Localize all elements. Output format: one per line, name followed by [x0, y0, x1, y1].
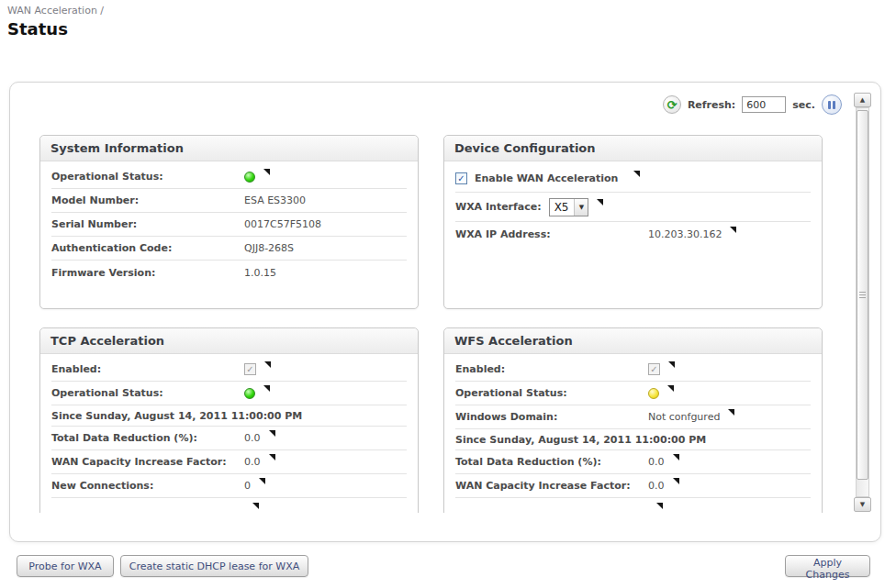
row-label: Firmware Version:	[51, 267, 244, 279]
row-label: Enabled:	[455, 363, 648, 375]
tooltip-marker-icon	[263, 385, 270, 392]
row-clipped	[51, 498, 407, 513]
row-value: 0.0	[244, 432, 261, 444]
wxa-interface-select[interactable]: X5 ▼	[549, 198, 589, 216]
row-operational-status: Operational Status:	[51, 165, 407, 189]
tooltip-marker-icon	[597, 199, 603, 205]
status-led-green-icon	[244, 388, 255, 399]
row-label: WAN Capacity Increase Factor:	[455, 480, 648, 492]
tooltip-marker-icon	[633, 171, 640, 177]
refresh-interval-input[interactable]	[742, 96, 786, 113]
wfs-enabled-checkbox-disabled: ✓	[648, 363, 660, 375]
row-value: 0.0	[244, 456, 261, 468]
row-tcp-enabled: Enabled: ✓	[51, 358, 407, 382]
tooltip-marker-icon	[728, 409, 734, 416]
tooltip-marker-icon	[656, 503, 663, 509]
tooltip-marker-icon	[673, 454, 679, 460]
tooltip-marker-icon	[252, 503, 259, 509]
tcp-since-timestamp: Since Sunday, August 14, 2011 11:00:00 P…	[51, 405, 407, 427]
system-information-title: System Information	[40, 136, 418, 161]
scroll-up-button[interactable]: ▲	[854, 93, 871, 107]
tooltip-marker-icon	[259, 478, 265, 484]
scrollbar-track[interactable]	[856, 107, 869, 497]
tcp-acceleration-panel: TCP Acceleration Enabled: ✓ Operational …	[39, 327, 419, 513]
probe-wxa-button[interactable]: Probe for WXA	[17, 555, 114, 577]
tooltip-marker-icon	[263, 169, 270, 175]
status-led-yellow-icon	[648, 388, 659, 399]
vertical-scrollbar[interactable]: ▲ ▼	[854, 93, 871, 512]
row-value: ESA ES3300	[244, 194, 306, 206]
breadcrumb[interactable]: WAN Acceleration /	[7, 5, 104, 17]
refresh-bar: ⟳ Refresh: sec.	[663, 94, 842, 115]
row-wxa-interface: WXA Interface: X5 ▼	[455, 193, 811, 222]
row-value: 0017C57F5108	[244, 218, 321, 230]
tooltip-marker-icon	[269, 454, 275, 460]
row-value: Not confgured	[648, 411, 720, 423]
row-label: Serial Number:	[51, 218, 244, 230]
refresh-icon: ⟳	[666, 99, 677, 111]
row-label: Total Data Reduction (%):	[455, 456, 648, 468]
wxa-interface-label: WXA Interface:	[455, 201, 542, 213]
enable-wan-acceleration-checkbox[interactable]: ✓	[455, 172, 467, 184]
row-label: Windows Domain:	[455, 411, 648, 423]
device-configuration-panel: Device Configuration ✓ Enable WAN Accele…	[443, 135, 823, 309]
row-value: 1.0.15	[244, 267, 276, 279]
tooltip-marker-icon	[269, 430, 275, 437]
scroll-down-button[interactable]: ▼	[854, 497, 871, 512]
row-wfs-total-data-reduction: Total Data Reduction (%): 0.0	[455, 450, 811, 474]
row-label: Model Number:	[51, 194, 244, 206]
row-windows-domain: Windows Domain: Not confgured	[455, 405, 811, 429]
pause-refresh-button[interactable]	[822, 94, 842, 115]
row-label: WAN Capacity Increase Factor:	[51, 456, 244, 468]
row-label: Authentication Code:	[51, 242, 244, 254]
enable-wan-acceleration-label: Enable WAN Acceleration	[475, 172, 618, 184]
scrollbar-thumb[interactable]	[857, 110, 868, 480]
row-label: New Connections:	[51, 480, 244, 492]
tcp-acceleration-title: TCP Acceleration	[40, 328, 418, 354]
row-authentication-code: Authentication Code: QJJ8-268S	[51, 237, 407, 261]
row-label: Operational Status:	[51, 171, 244, 183]
wfs-acceleration-panel: WFS Acceleration Enabled: ✓ Operational …	[443, 327, 823, 513]
row-label: Operational Status:	[51, 387, 244, 399]
refresh-unit-label: sec.	[792, 99, 815, 111]
status-content-panel: ⟳ Refresh: sec. System Information Opera…	[9, 82, 881, 542]
row-tcp-new-connections: New Connections: 0	[51, 474, 407, 498]
page-title: Status	[7, 19, 68, 39]
row-wfs-enabled: Enabled: ✓	[455, 358, 811, 382]
row-label: Total Data Reduction (%):	[51, 432, 244, 444]
status-led-green-icon	[244, 172, 255, 183]
row-clipped	[455, 498, 811, 513]
row-value: 0	[244, 480, 251, 492]
tooltip-marker-icon	[264, 361, 271, 368]
row-value: 0.0	[648, 480, 665, 492]
tcp-enabled-checkbox-disabled: ✓	[244, 363, 256, 375]
wxa-interface-selected-value: X5	[550, 201, 575, 214]
row-enable-wan-acceleration: ✓ Enable WAN Acceleration	[455, 165, 811, 193]
row-value: QJJ8-268S	[244, 242, 294, 254]
device-configuration-title: Device Configuration	[444, 136, 822, 161]
refresh-button[interactable]: ⟳	[663, 95, 681, 114]
row-wfs-wan-capacity-increase: WAN Capacity Increase Factor: 0.0	[455, 474, 811, 498]
tooltip-marker-icon	[730, 227, 736, 233]
apply-changes-button[interactable]: Apply Changes	[785, 555, 870, 577]
tooltip-marker-icon	[673, 478, 679, 484]
wxa-ip-address-value: 10.203.30.162	[648, 228, 722, 240]
row-tcp-total-data-reduction: Total Data Reduction (%): 0.0	[51, 427, 407, 450]
row-serial-number: Serial Number: 0017C57F5108	[51, 213, 407, 237]
row-wxa-ip-address: WXA IP Address: 10.203.30.162	[455, 222, 811, 246]
tooltip-marker-icon	[668, 361, 675, 368]
arrow-down-icon: ▼	[860, 502, 865, 508]
scrollable-content-area: System Information Operational Status: M…	[10, 83, 853, 513]
wfs-acceleration-title: WFS Acceleration	[444, 328, 822, 354]
row-label: Operational Status:	[455, 387, 648, 399]
row-label: Enabled:	[51, 363, 244, 375]
row-tcp-wan-capacity-increase: WAN Capacity Increase Factor: 0.0	[51, 450, 407, 474]
row-firmware-version: Firmware Version: 1.0.15	[51, 261, 407, 284]
create-dhcp-lease-button[interactable]: Create static DHCP lease for WXA	[120, 555, 308, 577]
arrow-up-icon: ▲	[860, 97, 865, 104]
refresh-label: Refresh:	[688, 99, 735, 111]
dropdown-arrow-button[interactable]: ▼	[574, 199, 588, 216]
row-wfs-operational-status: Operational Status:	[455, 382, 811, 405]
wfs-since-timestamp: Since Sunday, August 14, 2011 11:00:00 P…	[455, 429, 811, 450]
chevron-down-icon: ▼	[579, 204, 584, 211]
